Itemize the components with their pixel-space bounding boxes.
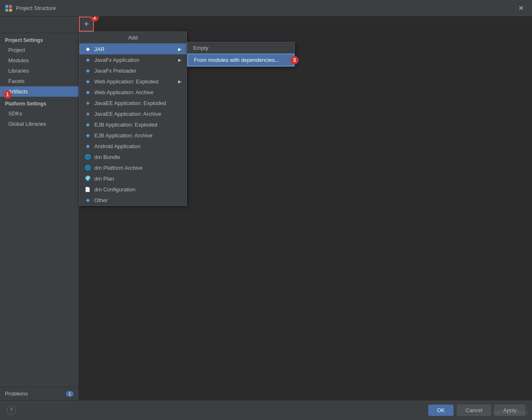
javaee-archive-icon: ◈ xyxy=(84,110,91,117)
sidebar-item-facets[interactable]: Facets xyxy=(0,76,78,86)
menu-item-web-app-exploded[interactable]: ◆ Web Application: Exploded ▶ xyxy=(79,76,186,87)
back-button[interactable]: ← xyxy=(3,20,14,30)
menu-item-jar[interactable]: ◆ JAR ▶ xyxy=(79,44,186,54)
dm-configuration-icon: 📄 xyxy=(84,186,91,193)
sidebar-item-project[interactable]: Project xyxy=(0,45,78,55)
menu-item-android-app[interactable]: ◆ Android Application xyxy=(79,141,186,151)
submenu-item-empty[interactable]: Empty xyxy=(187,42,294,54)
menu-item-dm-platform-archive[interactable]: 🌐 dm Platform Archive xyxy=(79,162,186,173)
sidebar: ← → Project Settings Project Modules Lib… xyxy=(0,17,79,400)
bottom-bar: ? OK Cancel Apply xyxy=(0,400,532,420)
submenu-container: Empty From modules with dependencies... … xyxy=(187,32,295,206)
step3-badge: 3 xyxy=(290,56,299,64)
menu-item-javafx-app[interactable]: ◆ JavaFx Application ▶ xyxy=(79,54,186,65)
menu-item-dm-plan[interactable]: 🌍 dm Plan xyxy=(79,173,186,184)
help-button[interactable]: ? xyxy=(7,406,16,415)
platform-settings-header: Platform Settings xyxy=(0,97,78,108)
javafx-app-icon: ◆ xyxy=(84,56,91,63)
web-app-archive-icon: ◆ xyxy=(84,89,91,95)
dm-bundle-icon: 🌐 xyxy=(84,154,91,160)
titlebar: Project Structure ✕ xyxy=(0,0,532,17)
close-button[interactable]: ✕ xyxy=(515,2,527,14)
sidebar-item-artifacts[interactable]: Artifacts xyxy=(0,86,78,97)
javaee-exploded-icon: ◈ xyxy=(84,100,91,106)
sidebar-item-sdks[interactable]: SDKs xyxy=(0,108,78,119)
main-content: ← → Project Settings Project Modules Lib… xyxy=(0,17,532,400)
problems-label: Problems xyxy=(5,391,28,397)
forward-button[interactable]: → xyxy=(16,20,27,30)
menu-item-other[interactable]: ◆ Other xyxy=(79,195,186,205)
jar-arrow-icon: ▶ xyxy=(178,47,181,51)
menu-item-ejb-archive[interactable]: ◆ EJB Application: Archive xyxy=(79,130,186,141)
svg-rect-0 xyxy=(5,5,8,8)
menu-item-ejb-exploded[interactable]: ◆ EJB Application: Exploded xyxy=(79,119,186,130)
dm-platform-archive-icon: 🌐 xyxy=(84,164,91,171)
web-app-exploded-icon: ◆ xyxy=(84,78,91,85)
app-icon xyxy=(5,5,12,12)
watermark: CSDN @识图NG xyxy=(493,410,528,416)
web-app-exploded-arrow-icon: ▶ xyxy=(178,79,181,84)
menu-item-web-app-archive[interactable]: ◆ Web Application: Archive xyxy=(79,87,186,98)
jar-icon: ◆ xyxy=(84,46,91,52)
javafx-preloader-icon: ◆ xyxy=(84,67,91,74)
sidebar-item-libraries[interactable]: Libraries xyxy=(0,66,78,76)
cancel-button[interactable]: Cancel xyxy=(457,405,491,416)
svg-rect-3 xyxy=(9,9,12,12)
sidebar-item-global-libraries[interactable]: Global Libraries xyxy=(0,119,78,129)
menu-item-dm-bundle[interactable]: 🌐 dm Bundle xyxy=(79,151,186,162)
problems-row[interactable]: Problems 1 xyxy=(0,387,78,400)
titlebar-title: Project Structure xyxy=(16,5,515,11)
project-settings-header: Project Settings xyxy=(0,33,78,45)
android-app-icon: ◆ xyxy=(84,143,91,149)
menu-item-javaee-exploded[interactable]: ◈ JavaEE Application: Exploded xyxy=(79,98,186,108)
javafx-app-arrow-icon: ▶ xyxy=(178,58,181,62)
project-structure-window: Project Structure ✕ ← → Project Settings… xyxy=(0,0,532,420)
svg-rect-2 xyxy=(5,9,8,12)
step1-badge: 1 xyxy=(3,90,12,99)
other-icon: ◆ xyxy=(84,197,91,203)
menu-item-dm-configuration[interactable]: 📄 dm Configuration xyxy=(79,184,186,195)
primary-menu: Add ◆ JAR ▶ ◆ JavaFx Application ▶ ◆ xyxy=(79,32,187,206)
svg-rect-1 xyxy=(9,5,12,8)
ejb-archive-icon: ◆ xyxy=(84,132,91,139)
submenu-item-from-modules[interactable]: From modules with dependencies... 3 xyxy=(187,54,294,66)
dm-plan-icon: 🌍 xyxy=(84,175,91,182)
add-dropdown-menu: Add ◆ JAR ▶ ◆ JavaFx Application ▶ ◆ xyxy=(79,32,295,206)
ejb-exploded-icon: ◆ xyxy=(84,121,91,128)
menu-header: Add xyxy=(79,32,186,44)
problems-badge: 1 xyxy=(66,391,74,397)
menu-item-javafx-preloader[interactable]: ◆ JavaFx Preloader xyxy=(79,65,186,76)
main-panel: 2 + 1 Add ◆ JAR ▶ xyxy=(79,17,532,400)
ok-button[interactable]: OK xyxy=(428,405,454,416)
menu-item-javaee-archive[interactable]: ◈ JavaEE Application: Archive xyxy=(79,108,186,119)
sidebar-item-modules[interactable]: Modules xyxy=(0,55,78,66)
jar-submenu: Empty From modules with dependencies... … xyxy=(187,42,295,67)
sidebar-toolbar: ← → xyxy=(0,17,78,33)
